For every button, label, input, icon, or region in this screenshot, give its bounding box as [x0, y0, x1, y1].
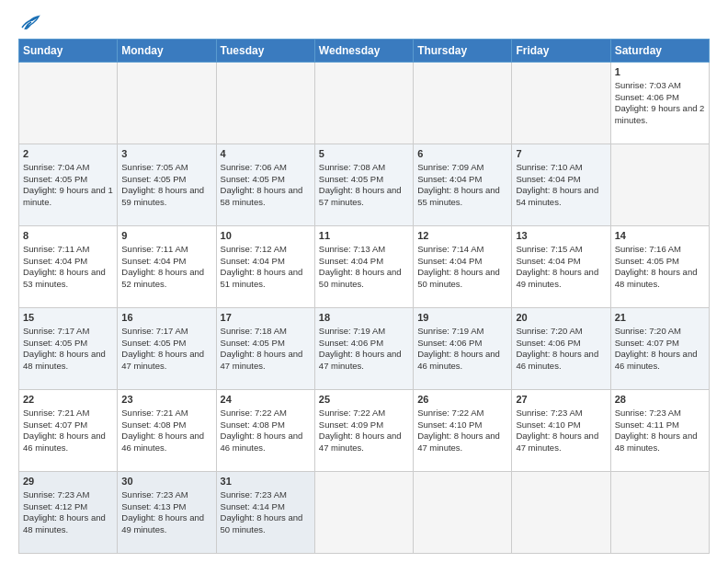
calendar-week-3: 8Sunrise: 7:11 AMSunset: 4:04 PMDaylight…	[19, 226, 710, 308]
empty-cell	[414, 63, 512, 144]
page: SundayMondayTuesdayWednesdayThursdayFrid…	[0, 0, 728, 563]
calendar-day-9: 9Sunrise: 7:11 AMSunset: 4:04 PMDaylight…	[118, 226, 216, 308]
calendar-day-14: 14Sunrise: 7:16 AMSunset: 4:05 PMDayligh…	[610, 226, 709, 308]
empty-cell	[216, 63, 314, 144]
calendar-day-19: 19Sunrise: 7:19 AMSunset: 4:06 PMDayligh…	[414, 308, 512, 390]
calendar-week-1: 1Sunrise: 7:03 AMSunset: 4:06 PMDaylight…	[19, 63, 710, 144]
calendar-header-friday: Friday	[512, 40, 610, 63]
empty-cell	[118, 63, 216, 144]
calendar-day-7: 7Sunrise: 7:10 AMSunset: 4:04 PMDaylight…	[512, 144, 610, 226]
empty-cell	[610, 144, 709, 226]
calendar-day-8: 8Sunrise: 7:11 AMSunset: 4:04 PMDaylight…	[19, 226, 118, 308]
calendar-day-22: 22Sunrise: 7:21 AMSunset: 4:07 PMDayligh…	[19, 390, 118, 472]
header	[18, 15, 710, 31]
calendar-day-2: 2Sunrise: 7:04 AMSunset: 4:05 PMDaylight…	[19, 144, 118, 226]
calendar-day-26: 26Sunrise: 7:22 AMSunset: 4:10 PMDayligh…	[414, 390, 512, 472]
calendar-day-18: 18Sunrise: 7:19 AMSunset: 4:06 PMDayligh…	[314, 308, 413, 390]
calendar-day-27: 27Sunrise: 7:23 AMSunset: 4:10 PMDayligh…	[512, 390, 610, 472]
logo-bird-icon	[20, 15, 40, 31]
calendar-week-6: 29Sunrise: 7:23 AMSunset: 4:12 PMDayligh…	[19, 472, 710, 554]
calendar-day-31: 31Sunrise: 7:23 AMSunset: 4:14 PMDayligh…	[216, 472, 314, 554]
calendar-week-5: 22Sunrise: 7:21 AMSunset: 4:07 PMDayligh…	[19, 390, 710, 472]
calendar-header-sunday: Sunday	[19, 40, 118, 63]
calendar-header-saturday: Saturday	[610, 40, 709, 63]
calendar-day-25: 25Sunrise: 7:22 AMSunset: 4:09 PMDayligh…	[314, 390, 413, 472]
calendar-day-20: 20Sunrise: 7:20 AMSunset: 4:06 PMDayligh…	[512, 308, 610, 390]
calendar-day-13: 13Sunrise: 7:15 AMSunset: 4:04 PMDayligh…	[512, 226, 610, 308]
calendar-week-2: 2Sunrise: 7:04 AMSunset: 4:05 PMDaylight…	[19, 144, 710, 226]
calendar-day-29: 29Sunrise: 7:23 AMSunset: 4:12 PMDayligh…	[19, 472, 118, 554]
calendar-day-28: 28Sunrise: 7:23 AMSunset: 4:11 PMDayligh…	[610, 390, 709, 472]
empty-cell	[414, 472, 512, 554]
calendar-header-tuesday: Tuesday	[216, 40, 314, 63]
empty-cell	[512, 472, 610, 554]
logo	[18, 15, 40, 31]
calendar-day-1: 1Sunrise: 7:03 AMSunset: 4:06 PMDaylight…	[610, 63, 709, 144]
calendar-day-16: 16Sunrise: 7:17 AMSunset: 4:05 PMDayligh…	[118, 308, 216, 390]
calendar-header-monday: Monday	[118, 40, 216, 63]
calendar-header-thursday: Thursday	[414, 40, 512, 63]
calendar-day-23: 23Sunrise: 7:21 AMSunset: 4:08 PMDayligh…	[118, 390, 216, 472]
calendar-day-11: 11Sunrise: 7:13 AMSunset: 4:04 PMDayligh…	[314, 226, 413, 308]
calendar-day-12: 12Sunrise: 7:14 AMSunset: 4:04 PMDayligh…	[414, 226, 512, 308]
calendar-day-17: 17Sunrise: 7:18 AMSunset: 4:05 PMDayligh…	[216, 308, 314, 390]
calendar-day-15: 15Sunrise: 7:17 AMSunset: 4:05 PMDayligh…	[19, 308, 118, 390]
empty-cell	[19, 63, 118, 144]
empty-cell	[512, 63, 610, 144]
empty-cell	[314, 472, 413, 554]
calendar-header-wednesday: Wednesday	[314, 40, 413, 63]
calendar-header-row: SundayMondayTuesdayWednesdayThursdayFrid…	[19, 40, 710, 63]
calendar-day-24: 24Sunrise: 7:22 AMSunset: 4:08 PMDayligh…	[216, 390, 314, 472]
calendar-day-3: 3Sunrise: 7:05 AMSunset: 4:05 PMDaylight…	[118, 144, 216, 226]
calendar-day-10: 10Sunrise: 7:12 AMSunset: 4:04 PMDayligh…	[216, 226, 314, 308]
calendar-table: SundayMondayTuesdayWednesdayThursdayFrid…	[18, 39, 710, 554]
calendar-day-4: 4Sunrise: 7:06 AMSunset: 4:05 PMDaylight…	[216, 144, 314, 226]
calendar-day-6: 6Sunrise: 7:09 AMSunset: 4:04 PMDaylight…	[414, 144, 512, 226]
calendar-day-5: 5Sunrise: 7:08 AMSunset: 4:05 PMDaylight…	[314, 144, 413, 226]
empty-cell	[610, 472, 709, 554]
empty-cell	[314, 63, 413, 144]
calendar-week-4: 15Sunrise: 7:17 AMSunset: 4:05 PMDayligh…	[19, 308, 710, 390]
calendar-day-21: 21Sunrise: 7:20 AMSunset: 4:07 PMDayligh…	[610, 308, 709, 390]
calendar-day-30: 30Sunrise: 7:23 AMSunset: 4:13 PMDayligh…	[118, 472, 216, 554]
